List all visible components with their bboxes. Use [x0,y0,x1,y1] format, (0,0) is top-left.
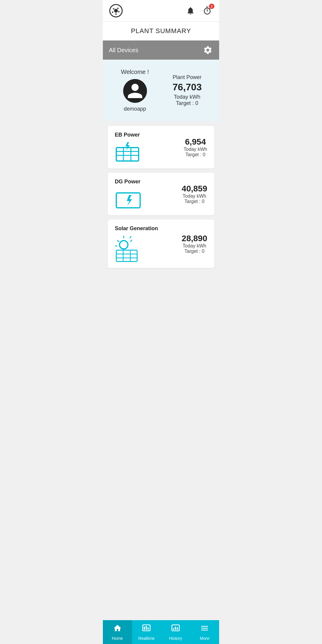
svg-line-19 [130,240,132,242]
svg-point-5 [115,13,117,15]
svg-rect-21 [116,250,137,261]
dg-power-card[interactable]: DG Power 40,859 Today kWh Target : 0 [108,173,214,215]
cards-section: EB Power 6,954 Today kWh Target : 0 [103,121,219,273]
plant-power-value: 76,703 [164,82,210,93]
svg-point-6 [112,11,113,13]
svg-point-4 [118,11,120,13]
svg-point-3 [117,8,119,9]
dg-power-title: DG Power [115,179,140,185]
solar-generation-value: 28,890 [182,234,207,243]
notification-button[interactable] [185,5,196,17]
dg-power-unit: Today kWh [182,193,207,199]
welcome-right: Plant Power 76,703 Today kWh Target : 0 [164,74,210,106]
devices-label: All Devices [109,47,138,54]
dg-power-left: DG Power [115,179,142,209]
eb-power-title: EB Power [115,132,140,138]
svg-marker-14 [127,195,132,206]
plant-power-target: Target : 0 [164,100,210,106]
eb-power-card[interactable]: EB Power 6,954 Today kWh Target : 0 [108,126,214,168]
eb-power-unit: Today kWh [184,147,207,152]
svg-rect-7 [116,148,139,161]
eb-power-value: 6,954 [184,137,207,147]
solar-generation-target: Target : 0 [182,249,207,254]
svg-point-20 [120,241,128,249]
svg-line-16 [130,236,131,238]
timer-badge: 2 [209,4,214,9]
greeting-text: Welcome ! [121,69,149,75]
dg-power-value: 40,859 [182,184,207,193]
svg-marker-12 [126,142,130,151]
plant-power-label: Plant Power [164,74,210,80]
solar-generation-left: Solar Generation [115,225,158,262]
app-logo [109,4,123,18]
solar-generation-unit: Today kWh [182,243,207,249]
username-label: demoapp [124,106,146,112]
devices-bar: All Devices [103,41,219,60]
solar-generation-right: 28,890 Today kWh Target : 0 [182,234,207,254]
svg-point-2 [113,8,114,10]
header-icons: 2 [185,5,213,17]
solar-generation-title: Solar Generation [115,225,158,232]
dg-power-target: Target : 0 [182,199,207,204]
page-title: PLANT SUMMARY [103,22,219,41]
welcome-left: Welcome ! demoapp [112,69,158,112]
welcome-section: Welcome ! demoapp Plant Power 76,703 Tod… [103,60,219,121]
eb-power-target: Target : 0 [184,152,207,157]
solar-generation-card[interactable]: Solar Generation 28,890 Today k [108,219,214,268]
dg-power-right: 40,859 Today kWh Target : 0 [182,184,207,204]
timer-button[interactable]: 2 [201,5,213,17]
eb-power-right: 6,954 Today kWh Target : 0 [184,137,207,157]
svg-line-17 [117,240,119,242]
settings-button[interactable] [202,45,213,55]
avatar [123,79,147,103]
eb-power-left: EB Power [115,132,142,162]
plant-power-unit: Today kWh [164,94,210,100]
svg-point-1 [114,9,118,13]
header: 2 [103,0,219,22]
